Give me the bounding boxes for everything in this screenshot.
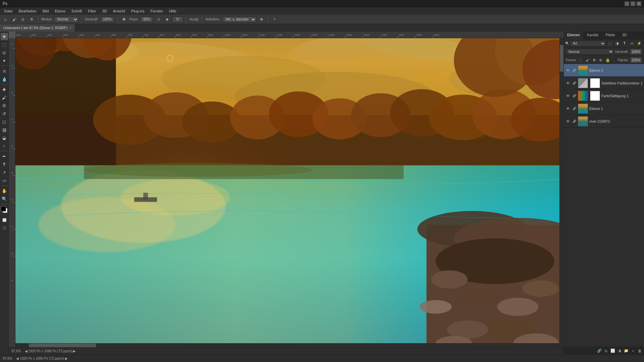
layer-visibility-river[interactable]: 👁 xyxy=(565,119,571,124)
lock-position-btn[interactable]: ✥ xyxy=(592,58,597,63)
tool-options-icon[interactable]: 🖌 xyxy=(11,16,17,23)
layer-visibility-ebene1[interactable]: 👁 xyxy=(565,106,571,111)
zoom-tool[interactable]: 🔍 xyxy=(1,195,8,202)
text-tool[interactable]: T xyxy=(1,161,8,168)
layer-visibility-ebene2[interactable]: 👁 xyxy=(565,68,571,73)
layer-item-ebene1[interactable]: 👁 🔗 Ebene 1 xyxy=(564,102,644,115)
home-icon[interactable]: ⌂ xyxy=(2,16,9,23)
close-button[interactable]: ✕ xyxy=(637,1,641,6)
layer-filter-select[interactable]: Art Name Effekt Modus Attribut Farbe xyxy=(570,41,606,47)
layer-opacity-input[interactable] xyxy=(630,49,642,55)
lock-transparent-btn[interactable]: ⬚ xyxy=(578,58,583,63)
layer-lock-selective[interactable]: 🔗 xyxy=(572,81,577,85)
panel-link-btn[interactable]: 🔗 xyxy=(596,348,602,354)
opacity-input[interactable] xyxy=(100,16,114,22)
menu-datei[interactable]: Datei xyxy=(1,8,15,14)
layer-blend-mode-select[interactable]: Normal Auflösen Abdunkeln Multiplizieren… xyxy=(566,49,614,55)
menu-schrift[interactable]: Schrift xyxy=(69,8,85,14)
menu-bild[interactable]: Bild xyxy=(40,8,51,14)
angle-input[interactable] xyxy=(172,16,183,22)
layer-lock-ebene2[interactable]: 🔗 xyxy=(572,68,577,73)
brush-settings-icon[interactable]: ⚙ xyxy=(28,16,35,23)
blend-mode-select[interactable]: Normal Auflösen Abdunkeln Multiplizieren… xyxy=(54,16,78,22)
quick-mask-tool[interactable]: ⬜ xyxy=(1,216,8,224)
panel-group-btn[interactable]: 📁 xyxy=(623,348,629,354)
quick-select-tool[interactable]: ✦ xyxy=(1,57,8,64)
lock-all-btn[interactable]: 🔒 xyxy=(604,58,611,63)
fill-input[interactable] xyxy=(630,57,642,63)
menu-plugins[interactable]: Plug-ins xyxy=(128,8,147,14)
vertical-scroll-thumb[interactable] xyxy=(560,45,564,72)
tab-3d[interactable]: 3D xyxy=(619,32,631,39)
tab-pfade[interactable]: Pfade xyxy=(602,32,619,39)
crop-tool[interactable]: ⧄ xyxy=(1,67,8,75)
move-tool[interactable]: ✥ xyxy=(1,33,8,40)
layer-item-river[interactable]: 👁 🔗 river-219972 xyxy=(564,115,644,128)
layer-item-hue[interactable]: 👁 🔗 Farb/Sättigung 1 xyxy=(564,89,644,102)
sample-select[interactable]: Akt. u. darunter Nur aktuelle Ebene Alle… xyxy=(223,16,256,22)
flow-pressure-icon[interactable]: ◁ xyxy=(155,16,162,23)
statusbar-nav-next[interactable]: ▶ xyxy=(65,357,68,360)
close-tab-button[interactable]: × xyxy=(69,26,71,30)
panel-mask-btn[interactable]: ⬜ xyxy=(610,348,616,354)
menu-hilfe[interactable]: Hilfe xyxy=(166,8,179,14)
menu-ebene[interactable]: Ebene xyxy=(52,8,68,14)
flow-input[interactable] xyxy=(140,16,153,22)
horizontal-scroll-thumb[interactable] xyxy=(29,344,96,347)
layer-visibility-selective[interactable]: 👁 xyxy=(565,80,571,86)
menu-filter[interactable]: Filter xyxy=(85,8,99,14)
status-nav-next[interactable]: ▶ xyxy=(73,349,76,353)
lasso-tool[interactable]: ⊙ xyxy=(1,49,8,56)
layer-item-ebene2[interactable]: 👁 🔗 Ebene 2 xyxy=(564,64,644,77)
eyedropper-tool[interactable]: 💧 xyxy=(1,75,8,83)
marquee-tool[interactable]: ⬚ xyxy=(1,41,8,48)
vertical-scrollbar[interactable] xyxy=(559,38,564,347)
foreground-color-swatch[interactable] xyxy=(1,206,6,212)
panel-adjustment-btn[interactable]: ◑ xyxy=(616,348,623,354)
layer-lock-ebene1[interactable]: 🔗 xyxy=(572,106,577,111)
screen-mode-tool[interactable]: ⬛ xyxy=(1,224,8,232)
panel-fx-btn[interactable]: fx xyxy=(603,348,609,354)
extra-options-icon[interactable]: ⚬ xyxy=(271,16,278,23)
panel-delete-layer-btn[interactable]: 🗑 xyxy=(637,348,643,354)
filter-adjust-btn[interactable]: ◑ xyxy=(614,41,621,47)
tab-ebenen[interactable]: Ebenen xyxy=(564,32,584,40)
window-controls[interactable]: — □ ✕ xyxy=(625,1,641,6)
horizontal-scrollbar[interactable] xyxy=(15,343,559,347)
blur-tool[interactable]: ◒ xyxy=(1,134,8,141)
menu-3d[interactable]: 3D xyxy=(100,8,110,14)
brush-preset-icon[interactable]: ◎ xyxy=(19,16,26,23)
airbrush-icon[interactable]: ✿ xyxy=(121,16,127,23)
brush-tool[interactable]: 🖌 xyxy=(1,94,8,101)
filter-smart-btn[interactable]: ⚡ xyxy=(636,41,643,47)
lock-pixels-btn[interactable]: 🖌 xyxy=(585,58,590,62)
history-brush-tool[interactable]: ↺ xyxy=(1,110,8,117)
spot-heal-tool[interactable]: ✚ xyxy=(1,86,8,93)
layer-item-selective[interactable]: 👁 🔗 Selektive Farbkorrektur 1 xyxy=(564,77,644,89)
clone-stamp-tool[interactable]: ✇ xyxy=(1,102,8,109)
filter-pixel-btn[interactable]: ⬚ xyxy=(606,41,613,47)
minimize-button[interactable]: — xyxy=(625,1,629,6)
lock-artboard-btn[interactable]: ⊕ xyxy=(598,58,603,63)
smoothing-icon[interactable]: ⊕ xyxy=(258,16,265,23)
filter-text-btn[interactable]: T xyxy=(621,41,628,47)
status-nav-prev[interactable]: ◀ xyxy=(25,349,28,353)
layer-visibility-hue[interactable]: 👁 xyxy=(565,93,571,99)
gradient-tool[interactable]: ▨ xyxy=(1,126,8,133)
menu-bearbeiten[interactable]: Bearbeiten xyxy=(16,8,39,14)
pen-tool[interactable]: ✒ xyxy=(1,153,8,160)
color-swatches[interactable] xyxy=(1,206,8,214)
hand-tool[interactable]: ✋ xyxy=(1,187,8,194)
statusbar-nav-prev[interactable]: ◀ xyxy=(16,357,19,360)
maximize-button[interactable]: □ xyxy=(631,1,635,6)
menu-ansicht[interactable]: Ansicht xyxy=(110,8,128,14)
menu-fenster[interactable]: Fenster xyxy=(148,8,166,14)
panel-new-layer-btn[interactable]: + xyxy=(630,348,636,354)
path-select-tool[interactable]: ↗ xyxy=(1,169,8,176)
tab-kanaele[interactable]: Kanäle xyxy=(584,32,602,39)
angle-icon[interactable]: ◈ xyxy=(164,16,170,23)
layer-lock-river[interactable]: 🔗 xyxy=(572,119,577,124)
eraser-tool[interactable]: ◻ xyxy=(1,118,8,125)
layer-lock-hue[interactable]: 🔗 xyxy=(572,94,577,98)
document-tab[interactable]: Unbenannt-1 bei 97,6% (Ebene 2, RGB/8*) … xyxy=(0,24,75,32)
